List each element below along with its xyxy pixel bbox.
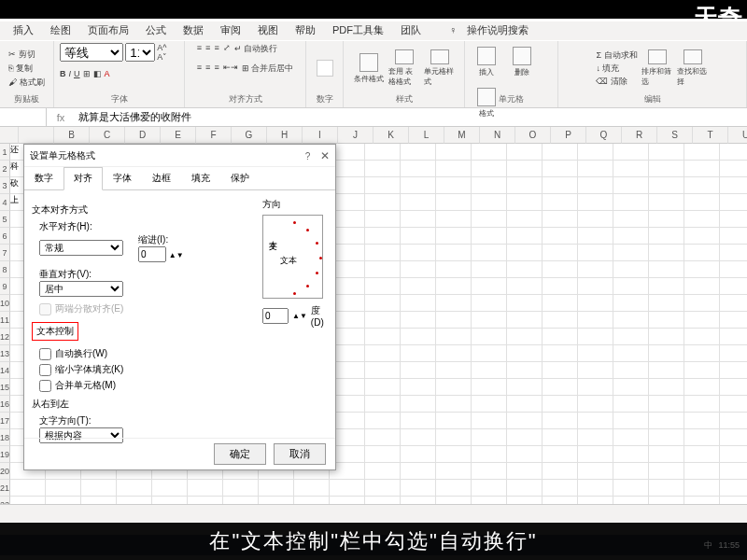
text-alignment-section: 文本对齐方式 [32, 203, 253, 217]
menu-data[interactable]: 数据 [179, 21, 207, 40]
status-bar [0, 504, 747, 523]
h-align-label: 水平对齐(H): [39, 220, 253, 233]
tab-fill[interactable]: 填充 [181, 167, 220, 189]
tell-me[interactable]: 操作说明搜索 [463, 22, 532, 37]
border-button[interactable]: ⊞ [83, 69, 91, 78]
menu-pdf[interactable]: PDF工具集 [329, 21, 388, 40]
name-box[interactable] [0, 108, 47, 126]
dialog-title: 设置单元格格式 [30, 149, 95, 162]
italic-button[interactable]: I [69, 69, 72, 78]
bold-button[interactable]: B [60, 69, 66, 78]
fx-icon[interactable]: fx [47, 112, 75, 123]
merge-cells-label: 合并单元格(M) [55, 379, 116, 392]
menu-review[interactable]: 审阅 [217, 21, 245, 40]
video-subtitle: 在"文本控制"栏中勾选"自动换行" [0, 523, 747, 560]
tab-protection[interactable]: 保护 [220, 167, 260, 189]
justify-distributed-label: 两端分散对齐(E) [55, 302, 123, 315]
shrink-fit-label: 缩小字体填充(K) [55, 363, 123, 376]
v-align-select[interactable]: 居中 [39, 281, 123, 297]
align-mid-button[interactable]: ≡ [205, 43, 210, 55]
format-cells-dialog: 设置单元格格式 ? ✕ 数字 对齐 字体 边框 填充 保护 文本对齐方式 水平对… [23, 144, 336, 470]
font-color-button[interactable]: A [105, 69, 110, 78]
table-format-button[interactable]: 套用 表格格式 [388, 49, 420, 87]
tab-font[interactable]: 字体 [103, 167, 142, 189]
wrap-text-label: 自动换行(W) [55, 347, 107, 360]
align-center-button[interactable]: ≡ [205, 63, 210, 75]
align-left-button[interactable]: ≡ [197, 63, 202, 75]
column-headers: BCDEFGHIJKLMNOPQRSTUVW [0, 127, 747, 144]
menu-draw[interactable]: 绘图 [47, 21, 75, 40]
font-group-label: 字体 [111, 93, 128, 105]
row-headers: 12345678910111213141516171819202122 [0, 144, 10, 504]
font-name-select[interactable]: 等线 [60, 43, 123, 62]
fill-button[interactable]: ↓ 填充 [596, 63, 637, 75]
orientation-section: 方向 [262, 198, 328, 211]
clipboard-group-label: 剪贴板 [14, 93, 39, 105]
shrink-fit-checkbox[interactable] [39, 364, 51, 376]
orientation-horizontal-text: 文本 [280, 255, 297, 267]
underline-button[interactable]: U [74, 69, 80, 78]
excel-window: 插入 绘图 页面布局 公式 数据 审阅 视图 帮助 PDF工具集 团队 ♀ 操作… [0, 19, 747, 523]
rtl-section: 从右到左 [32, 398, 253, 411]
menu-view[interactable]: 视图 [254, 21, 282, 40]
sort-filter-button[interactable]: 排序和筛选 [641, 49, 673, 87]
ok-button[interactable]: 确定 [214, 443, 266, 465]
justify-distributed-checkbox [39, 303, 51, 315]
menu-formula[interactable]: 公式 [142, 21, 170, 40]
tab-border[interactable]: 边框 [142, 167, 181, 189]
styles-group-label: 样式 [396, 93, 413, 105]
number-group-label: 数字 [317, 93, 333, 105]
number-format-button[interactable] [317, 60, 333, 77]
menu-insert[interactable]: 插入 [9, 21, 37, 40]
conditional-format-button[interactable]: 条件格式 [353, 49, 385, 87]
degree-input[interactable] [262, 308, 289, 324]
insert-cells-button[interactable]: 插入 [471, 43, 502, 80]
cell-style-button[interactable]: 单元格样式 [424, 49, 456, 87]
ribbon: ✂ 剪切 ⎘ 复制 🖌 格式刷 剪贴板 等线 11 A^ A˅ B I U ⊞ … [0, 41, 747, 108]
text-control-section: 文本控制 [32, 322, 78, 341]
delete-cells-button[interactable]: 删除 [506, 43, 538, 80]
align-top-button[interactable]: ≡ [197, 43, 202, 55]
formula-bar: fx 就算是大活佛爱的收附件 [0, 108, 747, 127]
editing-group-label: 编辑 [644, 93, 661, 105]
tab-number[interactable]: 数字 [24, 167, 63, 189]
font-size-select[interactable]: 11 [125, 43, 155, 62]
v-align-label: 垂直对齐(V): [39, 268, 253, 281]
menu-layout[interactable]: 页面布局 [84, 21, 133, 40]
cancel-button[interactable]: 取消 [274, 443, 326, 465]
cells-group-label: 单元格 [499, 93, 524, 105]
menu-help[interactable]: 帮助 [291, 21, 319, 40]
align-group-label: 对齐方式 [229, 93, 262, 105]
menu-bar: 插入 绘图 页面布局 公式 数据 审阅 视图 帮助 PDF工具集 团队 ♀ 操作… [0, 21, 747, 40]
merge-cells-checkbox[interactable] [39, 380, 51, 392]
align-bot-button[interactable]: ≡ [214, 43, 218, 55]
painter-button[interactable]: 🖌 格式刷 [8, 77, 45, 89]
dialog-help-button[interactable]: ? [305, 151, 311, 161]
dialog-close-button[interactable]: ✕ [320, 149, 330, 162]
tab-alignment[interactable]: 对齐 [63, 167, 103, 190]
formula-input[interactable]: 就算是大活佛爱的收附件 [75, 110, 747, 124]
cut-button[interactable]: ✂ 剪切 [8, 49, 35, 61]
merge-center-button[interactable]: ⊞ 合并后居中 [242, 63, 294, 75]
degree-label: 度(D) [311, 304, 328, 328]
copy-button[interactable]: ⎘ 复制 [8, 63, 33, 75]
wrap-text-checkbox[interactable] [39, 348, 51, 360]
align-right-button[interactable]: ≡ [214, 63, 218, 75]
find-select-button[interactable]: 查找和选择 [677, 49, 709, 87]
menu-team[interactable]: 团队 [397, 21, 425, 40]
wrap-text-button[interactable]: ↵ 自动换行 [234, 43, 278, 55]
text-direction-label: 文字方向(T): [39, 414, 253, 427]
orientation-control[interactable]: 文本 文本 [262, 215, 323, 299]
autosum-button[interactable]: Σ 自动求和 [596, 49, 637, 62]
clear-button[interactable]: ⌫ 清除 [596, 76, 637, 88]
indent-input[interactable] [138, 246, 166, 262]
h-align-select[interactable]: 常规 [39, 240, 123, 256]
indent-label: 缩进(I): [138, 233, 184, 246]
fill-color-button[interactable]: ◧ [93, 69, 102, 78]
